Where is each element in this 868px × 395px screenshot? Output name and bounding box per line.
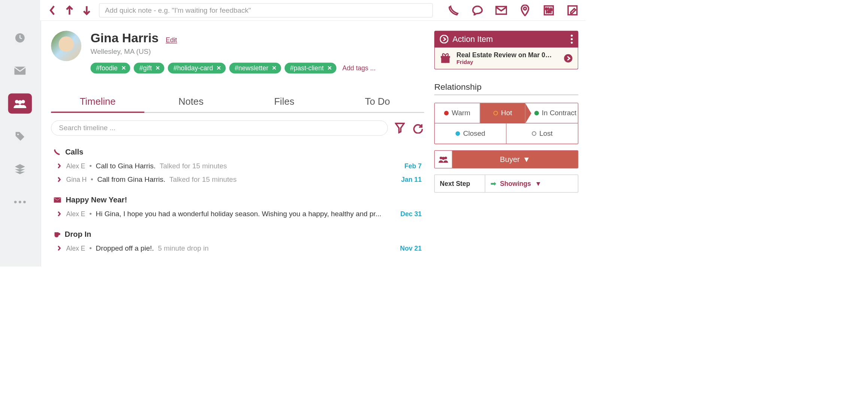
stage-hot[interactable]: Hot (480, 103, 525, 123)
chevron-right-icon (57, 211, 61, 217)
sidebar-item-contacts[interactable] (8, 94, 32, 114)
arrow-up-icon (65, 5, 74, 15)
timeline-row[interactable]: Alex E • Call to Gina Harris. Talked for… (51, 156, 424, 170)
row-author: Alex E (66, 210, 85, 218)
close-icon[interactable]: ✕ (327, 65, 332, 71)
envelope-icon (495, 6, 507, 15)
filter-button[interactable] (394, 122, 406, 134)
row-author: Alex E (66, 162, 85, 170)
svg-point-17 (564, 54, 572, 62)
tab-notes[interactable]: Notes (144, 96, 237, 112)
stage-in-contract[interactable]: In Contract (525, 103, 578, 123)
sidebar-item-tags[interactable] (8, 126, 32, 147)
svg-point-20 (442, 157, 445, 160)
tag-chip[interactable]: #newsletter✕ (229, 62, 281, 73)
row-author: Alex E (66, 244, 85, 252)
svg-point-14 (440, 35, 448, 43)
role-icon (435, 151, 452, 168)
stage-closed[interactable]: Closed (435, 123, 507, 144)
add-tags-link[interactable]: Add tags ... (342, 64, 376, 72)
row-extra: 5 minute drop in (158, 244, 209, 252)
sidebar-rail (0, 0, 40, 267)
stage-warm[interactable]: Warm (435, 103, 480, 123)
edit-link[interactable]: Edit (166, 36, 177, 44)
clock-icon (14, 32, 25, 43)
sidebar-item-layers[interactable] (8, 159, 32, 179)
svg-point-7 (523, 7, 526, 10)
timeline-row[interactable]: Alex E • Hi Gina, I hope you had a wonde… (51, 204, 424, 218)
next-step-dropdown[interactable]: ➡ Showings ▼ (485, 175, 578, 192)
next-step-row: Next Step ➡ Showings ▼ (434, 174, 579, 193)
phone-icon (54, 148, 61, 156)
row-extra: Talked for 15 minutes (169, 175, 237, 184)
contact-location: Wellesley, MA (US) (91, 48, 376, 56)
role-row: Buyer ▼ (434, 150, 579, 169)
timeline-row[interactable]: Alex E • Dropped off a pie!. 5 minute dr… (51, 239, 424, 252)
tag-chip[interactable]: #holiday-card✕ (168, 62, 226, 73)
quick-note-input[interactable] (99, 3, 433, 17)
divider (434, 94, 579, 95)
action-menu-button[interactable] (571, 34, 573, 43)
section-title: Calls (65, 148, 83, 156)
row-extra: Talked for 15 minutes (160, 162, 227, 170)
close-icon[interactable]: ✕ (272, 65, 276, 71)
close-icon[interactable]: ✕ (155, 65, 160, 71)
sidebar-item-inbox[interactable] (8, 61, 32, 81)
chevron-right-icon (57, 177, 61, 183)
edit-icon (567, 5, 578, 15)
tab-timeline[interactable]: Timeline (51, 96, 144, 113)
layers-icon (14, 163, 26, 175)
nav-next-button[interactable] (82, 6, 92, 15)
tag-chip[interactable]: #foodie✕ (91, 62, 130, 73)
close-icon[interactable]: ✕ (216, 65, 221, 71)
envelope-icon (54, 197, 61, 203)
tab-files[interactable]: Files (238, 96, 331, 112)
svg-rect-10 (548, 11, 550, 13)
action-settings-button[interactable] (543, 4, 555, 16)
sidebar-item-more[interactable] (8, 192, 32, 212)
action-message-button[interactable] (472, 4, 483, 16)
row-date: Dec 31 (400, 210, 424, 218)
more-icon (14, 201, 26, 203)
tab-todo[interactable]: To Do (331, 96, 424, 112)
tag-chip[interactable]: #gift✕ (134, 62, 164, 73)
close-icon[interactable]: ✕ (121, 65, 126, 71)
action-location-button[interactable] (519, 4, 531, 16)
section-title: Drop In (65, 230, 91, 239)
tag-label: #past-client (290, 64, 324, 72)
nav-back-button[interactable] (48, 6, 57, 15)
contact-name: Gina Harris (91, 31, 159, 45)
action-item-body[interactable]: Real Estate Review on Mar 08, 2... Frida… (434, 48, 579, 70)
tags-row: #foodie✕ #gift✕ #holiday-card✕ #newslett… (91, 62, 376, 73)
content-tabs: Timeline Notes Files To Do (51, 96, 424, 113)
tag-chip[interactable]: #past-client✕ (285, 62, 336, 73)
phone-icon (448, 5, 459, 15)
sidebar-item-clock[interactable] (8, 28, 32, 48)
stage-lost[interactable]: Lost (507, 123, 578, 144)
caret-down-icon: ▼ (523, 155, 530, 163)
timeline-row[interactable]: Gina H • Call from Gina Harris. Talked f… (51, 170, 424, 183)
section-title: Happy New Year! (66, 196, 127, 204)
go-icon[interactable] (564, 53, 573, 62)
avatar[interactable] (51, 31, 81, 61)
row-date: Jan 11 (401, 175, 424, 183)
row-date: Nov 21 (400, 244, 424, 252)
action-call-button[interactable] (448, 4, 459, 16)
row-main: Hi Gina, I hope you had a wonderful holi… (96, 210, 397, 218)
action-email-button[interactable] (495, 4, 507, 16)
top-bar (40, 0, 586, 21)
svg-rect-11 (550, 9, 552, 10)
row-main: Call to Gina Harris. (96, 162, 156, 170)
search-timeline-input[interactable] (51, 120, 388, 136)
nav-prev-button[interactable] (65, 6, 75, 15)
role-dropdown[interactable]: Buyer ▼ (452, 151, 578, 168)
refresh-button[interactable] (412, 122, 424, 134)
people-icon (438, 156, 448, 163)
action-edit-button[interactable] (567, 4, 578, 16)
content: Gina Harris Edit Wellesley, MA (US) #foo… (40, 21, 586, 266)
chevron-right-icon (57, 163, 61, 169)
people-icon (13, 98, 27, 108)
timeline-section: Calls Alex E • Call to Gina Harris. Talk… (51, 148, 424, 184)
row-date: Feb 7 (404, 162, 424, 170)
action-item-panel: Action Item Real Estate Review on Mar 08… (434, 31, 579, 69)
